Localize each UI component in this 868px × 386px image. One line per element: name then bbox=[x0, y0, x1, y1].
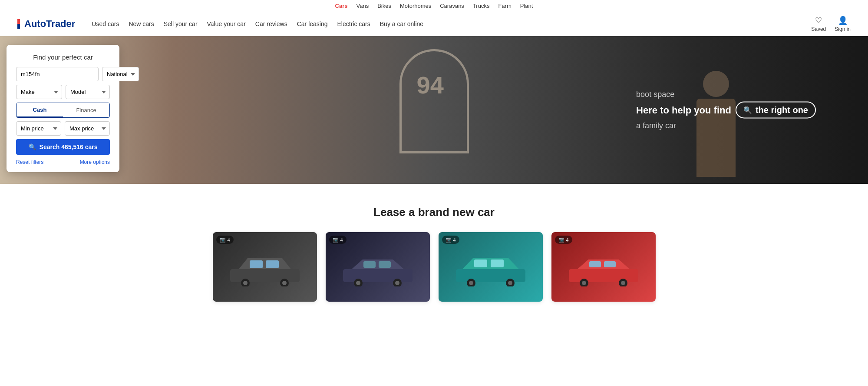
car-silhouette-3 bbox=[452, 247, 530, 286]
more-options-link[interactable]: More options bbox=[80, 159, 110, 165]
search-button-label: Search 465,516 cars bbox=[40, 143, 98, 150]
car-image-3: 📷 4 bbox=[439, 232, 543, 302]
logo-text: AutoTrader bbox=[24, 18, 75, 30]
topnav-item-farm[interactable]: Farm bbox=[498, 3, 511, 9]
search-button[interactable]: 🔍 Search 465,516 cars bbox=[16, 139, 110, 155]
svg-point-10 bbox=[356, 281, 360, 285]
svg-rect-7 bbox=[343, 269, 413, 282]
nav-used-cars[interactable]: Used cars bbox=[92, 20, 119, 27]
signin-action[interactable]: 👤 Sign in bbox=[835, 16, 851, 32]
hero-section: 94 boot space Here to help you find 🔍 th… bbox=[0, 36, 868, 184]
svg-rect-14 bbox=[456, 269, 525, 282]
main-nav-links: Used cars New cars Sell your car Value y… bbox=[92, 20, 799, 27]
location-select[interactable]: National 5 miles 10 miles 20 miles 30 mi… bbox=[102, 67, 139, 81]
min-price-select[interactable]: Min price £1,000 £2,000 £5,000 £10,000 bbox=[16, 121, 61, 136]
hero-tagline-top: boot space bbox=[636, 90, 816, 99]
search-links: Reset filters More options bbox=[16, 159, 110, 165]
cash-button[interactable]: Cash bbox=[17, 103, 63, 117]
price-row: Min price £1,000 £2,000 £5,000 £10,000 M… bbox=[16, 121, 110, 136]
topnav-item-motorhomes[interactable]: Motorhomes bbox=[400, 3, 431, 9]
svg-rect-20 bbox=[491, 260, 504, 267]
signin-label: Sign in bbox=[835, 26, 851, 32]
search-icon: 🔍 bbox=[743, 106, 752, 114]
svg-point-25 bbox=[621, 281, 625, 285]
photo-count-1: 4 bbox=[228, 237, 230, 243]
max-price-select[interactable]: Max price £5,000 £10,000 £20,000 £50,000 bbox=[65, 121, 110, 136]
svg-rect-27 bbox=[604, 261, 616, 267]
heart-icon: ♡ bbox=[815, 16, 822, 25]
photo-badge-4: 📷 4 bbox=[555, 236, 572, 244]
photo-badge-3: 📷 4 bbox=[442, 236, 459, 244]
photo-badge-1: 📷 4 bbox=[216, 236, 234, 244]
search-panel-title: Find your perfect car bbox=[16, 53, 110, 61]
photo-count-2: 4 bbox=[340, 237, 343, 243]
svg-rect-12 bbox=[363, 261, 376, 268]
photo-badge-2: 📷 4 bbox=[329, 236, 347, 244]
camera-icon-4: 📷 bbox=[558, 237, 564, 243]
make-model-row: Make Audi BMW Ford Toyota Volkswagen Mod… bbox=[16, 85, 110, 99]
postcode-input[interactable] bbox=[16, 67, 99, 81]
model-select[interactable]: Model bbox=[66, 85, 110, 99]
nav-sell-car[interactable]: Sell your car bbox=[164, 20, 198, 27]
car-image-1: 📷 4 bbox=[213, 232, 317, 302]
car-card-2[interactable]: 📷 4 bbox=[326, 232, 430, 302]
hero-tagline-bottom: a family car bbox=[636, 121, 816, 130]
car-card-4[interactable]: 📷 4 bbox=[551, 232, 656, 302]
photo-count-3: 4 bbox=[453, 237, 456, 243]
door-number: 94 bbox=[417, 71, 444, 99]
lease-section: Lease a brand new car 📷 4 bbox=[0, 184, 868, 315]
camera-icon-3: 📷 bbox=[446, 237, 452, 243]
user-icon: 👤 bbox=[838, 16, 848, 25]
hero-text-left: Here to help you find bbox=[636, 104, 731, 116]
svg-point-4 bbox=[282, 281, 287, 285]
nav-buy-online[interactable]: Buy a car online bbox=[380, 20, 423, 27]
logo-stripe bbox=[17, 19, 20, 29]
topnav-item-trucks[interactable]: Trucks bbox=[473, 3, 490, 9]
hero-text-overlay: boot space Here to help you find 🔍 the r… bbox=[636, 90, 816, 130]
svg-rect-0 bbox=[230, 269, 300, 282]
svg-point-18 bbox=[508, 281, 512, 285]
svg-point-17 bbox=[469, 281, 473, 285]
car-silhouette-2 bbox=[339, 247, 417, 286]
svg-rect-21 bbox=[569, 269, 638, 282]
topnav-item-vans[interactable]: Vans bbox=[356, 3, 369, 9]
main-nav: AutoTrader Used cars New cars Sell your … bbox=[0, 12, 868, 36]
nav-car-reviews[interactable]: Car reviews bbox=[255, 20, 287, 27]
car-image-4: 📷 4 bbox=[551, 232, 656, 302]
svg-rect-13 bbox=[379, 261, 391, 268]
topnav-item-cars[interactable]: Cars bbox=[335, 3, 348, 9]
svg-point-3 bbox=[243, 281, 248, 285]
top-nav: Cars Vans Bikes Motorhomes Caravans Truc… bbox=[0, 0, 868, 12]
camera-icon-1: 📷 bbox=[220, 237, 226, 243]
make-select[interactable]: Make Audi BMW Ford Toyota Volkswagen bbox=[16, 85, 62, 99]
nav-new-cars[interactable]: New cars bbox=[129, 20, 154, 27]
svg-rect-19 bbox=[474, 260, 487, 267]
postcode-row: National 5 miles 10 miles 20 miles 30 mi… bbox=[16, 67, 110, 81]
reset-filters-link[interactable]: Reset filters bbox=[16, 159, 43, 165]
saved-action[interactable]: ♡ Saved bbox=[811, 16, 826, 32]
nav-car-leasing[interactable]: Car leasing bbox=[297, 20, 328, 27]
car-card-3[interactable]: 📷 4 bbox=[439, 232, 543, 302]
topnav-item-caravans[interactable]: Caravans bbox=[440, 3, 464, 9]
topnav-item-plant[interactable]: Plant bbox=[520, 3, 533, 9]
svg-rect-6 bbox=[266, 260, 279, 268]
car-silhouette-4 bbox=[564, 247, 643, 286]
payment-toggle: Cash Finance bbox=[16, 103, 110, 118]
finance-button[interactable]: Finance bbox=[63, 103, 109, 117]
camera-icon-2: 📷 bbox=[333, 237, 339, 243]
nav-value-car[interactable]: Value your car bbox=[207, 20, 246, 27]
nav-electric-cars[interactable]: Electric cars bbox=[337, 20, 370, 27]
saved-label: Saved bbox=[811, 26, 826, 32]
nav-actions: ♡ Saved 👤 Sign in bbox=[811, 16, 851, 32]
lease-title: Lease a brand new car bbox=[17, 206, 851, 219]
photo-count-4: 4 bbox=[566, 237, 569, 243]
topnav-item-bikes[interactable]: Bikes bbox=[377, 3, 391, 9]
logo[interactable]: AutoTrader bbox=[17, 18, 75, 30]
car-image-2: 📷 4 bbox=[326, 232, 430, 302]
hero-tagline-middle: Here to help you find 🔍 the right one bbox=[636, 102, 816, 119]
car-card-1[interactable]: 📷 4 bbox=[213, 232, 317, 302]
svg-rect-5 bbox=[250, 260, 263, 268]
hero-highlight: 🔍 the right one bbox=[736, 102, 816, 119]
car-silhouette-1 bbox=[226, 247, 304, 286]
search-panel: Find your perfect car National 5 miles 1… bbox=[7, 45, 119, 172]
